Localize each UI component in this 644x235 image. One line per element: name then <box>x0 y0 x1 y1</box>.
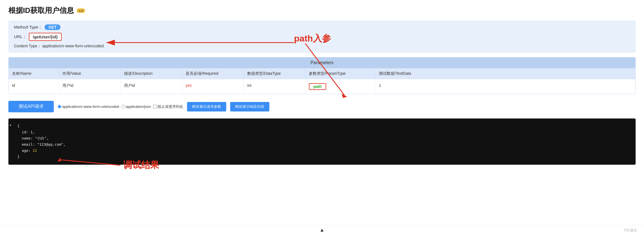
url-row: URL： /getUser/{id} <box>14 33 630 41</box>
btn-tree-params[interactable]: 树状展示请求参数 <box>187 102 226 111</box>
cell-paramtype: path <box>305 79 375 94</box>
radio-json[interactable] <box>122 105 125 108</box>
url-value: /getUser/{id} <box>29 33 62 41</box>
cell-description: 用户id <box>121 79 182 94</box>
col-header-paramtype: 参数类型/ParamType <box>305 68 375 79</box>
table-row: id 用户id 用户id yes int path 1 <box>9 79 635 94</box>
radio-group: application/x-www-form-urlencoded applic… <box>58 104 183 109</box>
params-columns: 名称/Name 作用/Value 描述/Description 是否必须/Req… <box>9 68 635 79</box>
cell-testdata: 1 <box>375 79 431 94</box>
result-json: { id: 1, name: "小白", email: "123@qq.com"… <box>13 123 631 160</box>
btn-tree-response[interactable]: 树状展示响应内容 <box>230 102 269 111</box>
test-api-button[interactable]: 测试API请求 <box>8 101 54 112</box>
bottom-bar: ▲ ©亿速云 <box>0 225 644 235</box>
radio-urlencoded[interactable] <box>58 105 61 108</box>
version-badge: n.0 <box>77 8 85 13</box>
radio-option-urlencoded[interactable]: application/x-www-form-urlencoded <box>58 104 119 109</box>
cell-value: 用户id <box>59 79 121 94</box>
title-row: 根据ID获取用户信息 n.0 <box>8 6 636 15</box>
page-title: 根据ID获取用户信息 <box>8 6 74 15</box>
checkbox-serialize[interactable] <box>153 105 157 108</box>
col-header-required: 是否必须/Required <box>182 68 244 79</box>
col-header-datatype: 数据类型/DataType <box>244 68 305 79</box>
method-label: Method Type： <box>14 25 42 30</box>
params-header: Parameters <box>9 57 635 68</box>
bottom-brand: ©亿速云 <box>624 228 637 233</box>
method-badge: GET <box>45 24 60 30</box>
api-info-block: Method Type： GET URL： /getUser/{id} Cont… <box>8 20 636 53</box>
paramtype-path-badge: path <box>309 83 326 90</box>
test-row: 测试API请求 application/x-www-form-urlencode… <box>8 99 636 115</box>
url-label: URL： <box>14 34 27 39</box>
col-header-value: 作用/Value <box>59 68 121 79</box>
checkbox-option-serialize[interactable]: 阻止深度序列化 <box>153 104 183 109</box>
main-container: 根据ID获取用户信息 n.0 Method Type： GET URL： /ge… <box>0 0 644 165</box>
params-section: Parameters 名称/Name 作用/Value 描述/Descripti… <box>8 57 636 94</box>
content-type-label: Content Type： <box>14 44 41 48</box>
col-header-testdata: 测试数据/TestData <box>375 68 431 79</box>
checkbox-serialize-label: 阻止深度序列化 <box>158 104 183 109</box>
result-expand-icon: ▼ <box>10 123 11 128</box>
radio-option-json[interactable]: application/json <box>122 104 151 109</box>
radio-json-label: application/json <box>126 104 151 109</box>
result-age-value: 22 <box>33 148 37 153</box>
method-row: Method Type： GET <box>14 24 630 30</box>
radio-urlencoded-label: application/x-www-form-urlencoded <box>62 104 119 109</box>
cell-name: id <box>9 79 59 94</box>
col-header-desc: 描述/Description <box>121 68 182 79</box>
cell-datatype: int <box>244 79 305 94</box>
cell-required: yes <box>182 79 244 94</box>
content-type-row: Content Type： application/x-www-form-url… <box>14 44 630 49</box>
col-header-name: 名称/Name <box>9 68 59 79</box>
bottom-triangle: ▲ <box>319 227 325 233</box>
result-block: ▼ { id: 1, name: "小白", email: "123@qq.co… <box>8 118 636 165</box>
content-type-value: application/x-www-form-urlencoded <box>42 44 104 48</box>
